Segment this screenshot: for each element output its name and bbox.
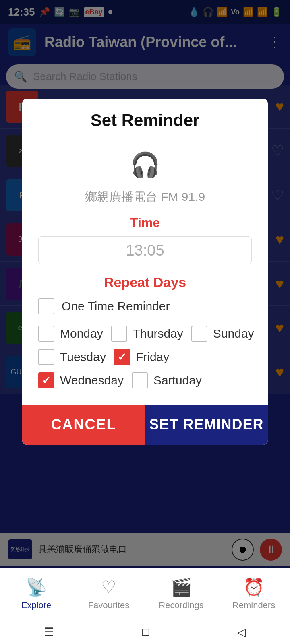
tuesday-item[interactable]: Tuesday (38, 349, 106, 365)
station-name: 鄉親廣播電台 FM 91.9 (38, 189, 252, 205)
favourites-icon: ♡ (101, 577, 116, 597)
nav-explore[interactable]: 📡 Explore (0, 568, 72, 620)
tuesday-checkbox[interactable] (38, 349, 54, 365)
friday-item[interactable]: Friday (114, 349, 179, 365)
modal-dialog: Set Reminder 🎧 鄉親廣播電台 FM 91.9 Time 13:05… (22, 99, 268, 445)
one-time-label: One Time Reminder (62, 299, 170, 313)
recordings-label: Recordings (159, 600, 203, 611)
sys-nav: ☰ □ ◁ (0, 620, 290, 644)
back-nav-icon[interactable]: ◁ (237, 625, 246, 639)
thursday-checkbox[interactable] (111, 326, 127, 342)
saturday-checkbox[interactable] (132, 372, 148, 388)
explore-icon: 📡 (26, 577, 47, 597)
explore-label: Explore (21, 600, 52, 611)
one-time-checkbox[interactable] (38, 298, 54, 314)
monday-checkbox[interactable] (38, 326, 54, 342)
one-time-row[interactable]: One Time Reminder (38, 298, 252, 314)
reminders-label: Reminders (232, 600, 275, 611)
nav-recordings[interactable]: 🎬 Recordings (145, 568, 218, 620)
cancel-button[interactable]: CANCEL (22, 405, 145, 445)
menu-nav-icon[interactable]: ☰ (44, 625, 54, 639)
time-label: Time (38, 215, 252, 230)
monday-label: Monday (60, 327, 103, 341)
wednesday-checkbox[interactable] (38, 372, 54, 388)
wednesday-item[interactable]: Wednesday (38, 372, 124, 388)
modal-title: Set Reminder (38, 111, 252, 138)
time-value: 13:05 (126, 242, 164, 259)
set-reminder-button[interactable]: SET REMINDER (145, 405, 268, 445)
thursday-item[interactable]: Thursday (111, 326, 183, 342)
thursday-label: Thursday (133, 327, 183, 341)
home-nav-icon[interactable]: □ (142, 625, 149, 638)
time-field[interactable]: 13:05 (38, 236, 252, 264)
friday-label: Friday (136, 350, 169, 364)
reminders-icon: ⏰ (243, 577, 264, 597)
favourites-label: Favourites (88, 600, 130, 611)
repeat-days-label: Repeat Days (38, 275, 252, 290)
station-icon: 🎧 (129, 149, 161, 181)
saturday-item[interactable]: Sartuday (132, 372, 202, 388)
saturday-label: Sartuday (153, 374, 202, 387)
modal-buttons: CANCEL SET REMINDER (22, 405, 268, 445)
recordings-icon: 🎬 (171, 577, 192, 597)
monday-item[interactable]: Monday (38, 326, 103, 342)
nav-favourites[interactable]: ♡ Favourites (72, 568, 145, 620)
nav-reminders[interactable]: ⏰ Reminders (218, 568, 290, 620)
friday-checkbox[interactable] (114, 349, 130, 365)
bottom-nav: 📡 Explore ♡ Favourites 🎬 Recordings ⏰ Re… (0, 568, 290, 620)
sunday-checkbox[interactable] (191, 326, 207, 342)
wednesday-label: Wednesday (60, 374, 124, 387)
tuesday-label: Tuesday (60, 350, 106, 364)
sunday-label: Sunday (213, 327, 254, 341)
sunday-item[interactable]: Sunday (191, 326, 254, 342)
